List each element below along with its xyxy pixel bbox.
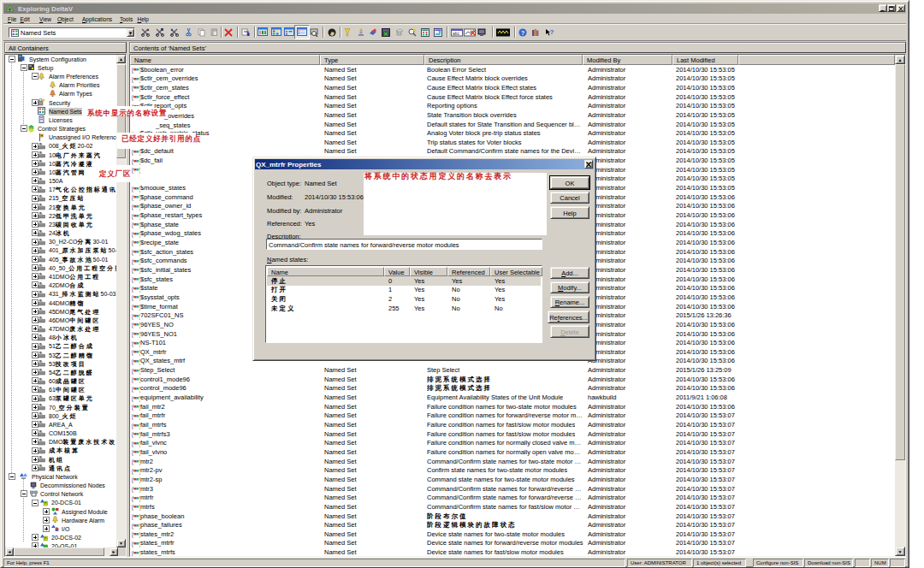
svg-text:abc: abc (453, 31, 460, 36)
svg-text:?: ? (521, 30, 524, 36)
svg-text:): ) (139, 167, 140, 174)
svg-text:?: ? (550, 28, 554, 36)
